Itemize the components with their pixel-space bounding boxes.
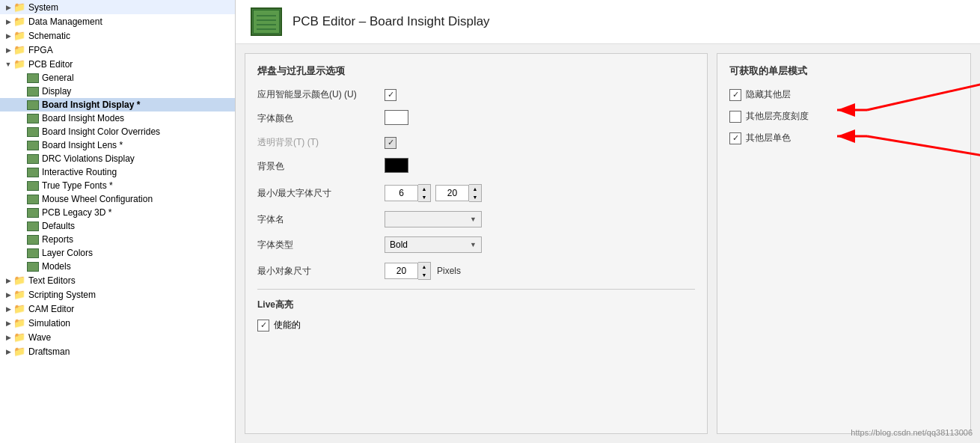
sidebar-item-label: DRC Violations Display: [42, 153, 135, 164]
right-check-row-hide-other-layers: 隐藏其他层: [729, 88, 958, 101]
min-font-up[interactable]: ▲: [418, 185, 430, 193]
min-font-input[interactable]: [385, 185, 418, 201]
sidebar-item-drc-violations-display[interactable]: DRC Violations Display: [0, 152, 235, 165]
folder-icon: 📁: [13, 58, 25, 70]
min-obj-input[interactable]: [385, 263, 418, 279]
sidebar-item-board-insight-color-overrides[interactable]: Board Insight Color Overrides: [0, 125, 235, 138]
sidebar-item-defaults[interactable]: Defaults: [0, 219, 235, 233]
sidebar-item-text-editors[interactable]: ▶ 📁 Text Editors: [0, 273, 235, 287]
min-obj-up[interactable]: ▲: [418, 263, 430, 271]
bg-color-row: 背景色: [257, 158, 695, 175]
transparent-bg-label: 透明背景(T) (T): [257, 136, 385, 149]
font-type-arrow: ▼: [470, 241, 477, 248]
folder-arrow: ▶: [3, 320, 13, 327]
sidebar-item-mouse-wheel-configuration[interactable]: Mouse Wheel Configuration: [0, 192, 235, 206]
font-name-row: 字体名 ▼: [257, 211, 695, 227]
leaf-icon: [27, 235, 39, 245]
sidebar-item-board-insight-modes[interactable]: Board Insight Modes: [0, 111, 235, 125]
other-layer-mono-label: 其他层单色: [746, 132, 791, 144]
sidebar-item-label: Draftsman: [28, 346, 70, 357]
leaf-icon: [27, 114, 39, 123]
right-check-row-other-layer-brightness: 其他层亮度刻度: [729, 110, 958, 123]
sidebar-item-wave[interactable]: ▶ 📁 Wave: [0, 330, 235, 344]
folder-arrow: ▶: [3, 277, 13, 284]
sidebar-item-interactive-routing[interactable]: Interactive Routing: [0, 165, 235, 179]
sidebar-item-draftsman[interactable]: ▶ 📁 Draftsman: [0, 344, 235, 358]
min-max-font-label: 最小/最大字体尺寸: [257, 187, 385, 200]
sidebar-item-board-insight-lens[interactable]: Board Insight Lens *: [0, 138, 235, 152]
sidebar-item-true-type-fonts[interactable]: True Type Fonts *: [0, 179, 235, 192]
sidebar-item-label: Wave: [28, 332, 51, 343]
left-panel: 焊盘与过孔显示选项 应用智能显示颜色(U) (U) 字体颜色 透明背景(T) (…: [245, 53, 708, 434]
leaf-icon: [27, 87, 39, 97]
min-obj-down[interactable]: ▼: [418, 271, 430, 279]
max-font-input[interactable]: [435, 185, 469, 201]
min-obj-spin-btns: ▲ ▼: [418, 262, 431, 280]
max-font-up[interactable]: ▲: [469, 185, 481, 193]
sidebar-item-simulation[interactable]: ▶ 📁 Simulation: [0, 316, 235, 330]
min-font-down[interactable]: ▼: [418, 193, 430, 201]
font-name-dropdown[interactable]: ▼: [385, 211, 482, 227]
sidebar-item-pcb-editor[interactable]: ▼ 📁 PCB Editor: [0, 57, 235, 71]
min-obj-group: ▲ ▼ Pixels: [385, 262, 695, 280]
other-layer-brightness-label: 其他层亮度刻度: [746, 110, 809, 123]
sidebar-item-label: Board Insight Modes: [42, 113, 124, 123]
apply-smart-color-row: 应用智能显示颜色(U) (U): [257, 88, 695, 101]
folder-icon: 📁: [13, 30, 25, 41]
sidebar-item-layer-colors[interactable]: Layer Colors: [0, 246, 235, 260]
other-layer-mono-checkbox[interactable]: [729, 132, 741, 144]
folder-arrow: ▶: [3, 291, 13, 299]
sidebar-item-fpga[interactable]: ▶ 📁 FPGA: [0, 43, 235, 57]
leaf-icon: [27, 262, 39, 272]
folder-icon: 📁: [13, 44, 25, 55]
font-color-swatch[interactable]: [385, 110, 408, 125]
sidebar-item-label: Display: [42, 86, 71, 97]
font-color-row: 字体颜色: [257, 110, 695, 127]
sidebar-item-scripting-system[interactable]: ▶ 📁 Scripting System: [0, 287, 235, 302]
page-title: PCB Editor – Board Insight Display: [293, 14, 490, 29]
main-content: PCB Editor – Board Insight Display 焊盘与过孔…: [236, 0, 980, 443]
right-check-row-other-layer-mono: 其他层单色: [729, 132, 958, 144]
max-font-down[interactable]: ▼: [469, 193, 481, 201]
font-type-dropdown[interactable]: Bold ▼: [385, 236, 482, 253]
sidebar-item-reports[interactable]: Reports: [0, 233, 235, 246]
min-font-spin-btns: ▲ ▼: [418, 184, 431, 202]
sidebar-item-label: Board Insight Display *: [42, 100, 140, 110]
max-font-spin-btns: ▲ ▼: [469, 184, 482, 202]
folder-icon: 📁: [13, 275, 25, 286]
leaf-icon: [27, 222, 39, 231]
sidebar-item-system[interactable]: ▶ 📁 System: [0, 0, 235, 14]
folder-arrow: ▶: [3, 305, 13, 313]
sidebar-item-schematic[interactable]: ▶ 📁 Schematic: [0, 28, 235, 43]
hide-other-layers-checkbox[interactable]: [729, 89, 741, 101]
folder-arrow: ▶: [3, 46, 13, 54]
sidebar-item-label: Interactive Routing: [42, 167, 117, 177]
right-panel-title: 可获取的单层模式: [729, 64, 958, 78]
sidebar-item-pcb-legacy-3d[interactable]: PCB Legacy 3D *: [0, 206, 235, 219]
sidebar-item-cam-editor[interactable]: ▶ 📁 CAM Editor: [0, 302, 235, 316]
other-layer-brightness-checkbox[interactable]: [729, 111, 741, 123]
leaf-icon: [27, 127, 39, 137]
bg-color-swatch[interactable]: [385, 158, 408, 173]
pcb-icon: [251, 7, 282, 36]
apply-smart-color-checkbox[interactable]: [385, 89, 396, 101]
left-panel-title: 焊盘与过孔显示选项: [257, 64, 695, 78]
transparent-bg-row: 透明背景(T) (T): [257, 136, 695, 149]
sidebar-item-label: Simulation: [28, 318, 70, 329]
sidebar-item-label: Board Insight Color Overrides: [42, 126, 160, 137]
folder-arrow: ▼: [3, 61, 13, 68]
sidebar-item-label: Text Editors: [28, 275, 76, 286]
sidebar-item-label: General: [42, 73, 74, 83]
sidebar-item-label: Board Insight Lens *: [42, 140, 123, 150]
leaf-icon: [27, 195, 39, 204]
sidebar-item-data-management[interactable]: ▶ 📁 Data Management: [0, 14, 235, 28]
live-enable-checkbox[interactable]: [257, 320, 269, 332]
transparent-bg-checkbox: [385, 137, 396, 149]
leaf-icon: [27, 141, 39, 150]
section-divider: [257, 289, 695, 290]
sidebar-item-display[interactable]: Display: [0, 85, 235, 98]
sidebar-item-general[interactable]: General: [0, 71, 235, 85]
sidebar-item-board-insight-display[interactable]: Board Insight Display *: [0, 98, 235, 111]
sidebar-item-models[interactable]: Models: [0, 260, 235, 273]
leaf-icon: [27, 100, 39, 110]
